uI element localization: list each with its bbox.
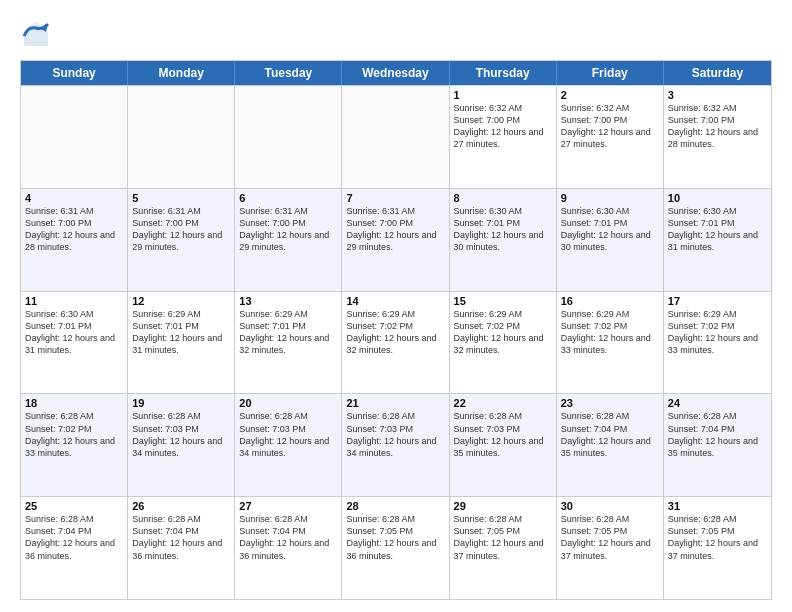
day-number: 30 — [561, 500, 659, 512]
calendar-cell-29: 29Sunrise: 6:28 AM Sunset: 7:05 PM Dayli… — [450, 497, 557, 599]
cell-info-text: Sunrise: 6:29 AM Sunset: 7:02 PM Dayligh… — [346, 308, 444, 357]
cell-info-text: Sunrise: 6:28 AM Sunset: 7:04 PM Dayligh… — [132, 513, 230, 562]
header-day-tuesday: Tuesday — [235, 61, 342, 85]
calendar-row-4: 25Sunrise: 6:28 AM Sunset: 7:04 PM Dayli… — [21, 496, 771, 599]
calendar-cell-25: 25Sunrise: 6:28 AM Sunset: 7:04 PM Dayli… — [21, 497, 128, 599]
calendar-cell-9: 9Sunrise: 6:30 AM Sunset: 7:01 PM Daylig… — [557, 189, 664, 291]
calendar-row-2: 11Sunrise: 6:30 AM Sunset: 7:01 PM Dayli… — [21, 291, 771, 394]
calendar-row-1: 4Sunrise: 6:31 AM Sunset: 7:00 PM Daylig… — [21, 188, 771, 291]
cell-info-text: Sunrise: 6:28 AM Sunset: 7:03 PM Dayligh… — [132, 410, 230, 459]
day-number: 22 — [454, 397, 552, 409]
calendar-cell-21: 21Sunrise: 6:28 AM Sunset: 7:03 PM Dayli… — [342, 394, 449, 496]
day-number: 21 — [346, 397, 444, 409]
calendar-cell-27: 27Sunrise: 6:28 AM Sunset: 7:04 PM Dayli… — [235, 497, 342, 599]
calendar-cell-4: 4Sunrise: 6:31 AM Sunset: 7:00 PM Daylig… — [21, 189, 128, 291]
cell-info-text: Sunrise: 6:32 AM Sunset: 7:00 PM Dayligh… — [668, 102, 767, 151]
day-number: 5 — [132, 192, 230, 204]
cell-info-text: Sunrise: 6:28 AM Sunset: 7:05 PM Dayligh… — [668, 513, 767, 562]
cell-info-text: Sunrise: 6:30 AM Sunset: 7:01 PM Dayligh… — [561, 205, 659, 254]
calendar-row-0: 1Sunrise: 6:32 AM Sunset: 7:00 PM Daylig… — [21, 85, 771, 188]
cell-info-text: Sunrise: 6:28 AM Sunset: 7:04 PM Dayligh… — [668, 410, 767, 459]
cell-info-text: Sunrise: 6:28 AM Sunset: 7:05 PM Dayligh… — [561, 513, 659, 562]
day-number: 11 — [25, 295, 123, 307]
cell-info-text: Sunrise: 6:30 AM Sunset: 7:01 PM Dayligh… — [25, 308, 123, 357]
day-number: 25 — [25, 500, 123, 512]
header-day-monday: Monday — [128, 61, 235, 85]
day-number: 6 — [239, 192, 337, 204]
cell-info-text: Sunrise: 6:29 AM Sunset: 7:02 PM Dayligh… — [668, 308, 767, 357]
calendar-cell-empty-0-0 — [21, 86, 128, 188]
cell-info-text: Sunrise: 6:29 AM Sunset: 7:02 PM Dayligh… — [454, 308, 552, 357]
cell-info-text: Sunrise: 6:32 AM Sunset: 7:00 PM Dayligh… — [561, 102, 659, 151]
cell-info-text: Sunrise: 6:28 AM Sunset: 7:03 PM Dayligh… — [239, 410, 337, 459]
calendar-cell-16: 16Sunrise: 6:29 AM Sunset: 7:02 PM Dayli… — [557, 292, 664, 394]
day-number: 16 — [561, 295, 659, 307]
calendar-cell-23: 23Sunrise: 6:28 AM Sunset: 7:04 PM Dayli… — [557, 394, 664, 496]
calendar-header: SundayMondayTuesdayWednesdayThursdayFrid… — [21, 61, 771, 85]
calendar-cell-15: 15Sunrise: 6:29 AM Sunset: 7:02 PM Dayli… — [450, 292, 557, 394]
day-number: 7 — [346, 192, 444, 204]
cell-info-text: Sunrise: 6:31 AM Sunset: 7:00 PM Dayligh… — [132, 205, 230, 254]
calendar-cell-17: 17Sunrise: 6:29 AM Sunset: 7:02 PM Dayli… — [664, 292, 771, 394]
calendar-cell-30: 30Sunrise: 6:28 AM Sunset: 7:05 PM Dayli… — [557, 497, 664, 599]
calendar-cell-13: 13Sunrise: 6:29 AM Sunset: 7:01 PM Dayli… — [235, 292, 342, 394]
day-number: 10 — [668, 192, 767, 204]
calendar-cell-12: 12Sunrise: 6:29 AM Sunset: 7:01 PM Dayli… — [128, 292, 235, 394]
calendar-cell-1: 1Sunrise: 6:32 AM Sunset: 7:00 PM Daylig… — [450, 86, 557, 188]
day-number: 2 — [561, 89, 659, 101]
day-number: 4 — [25, 192, 123, 204]
day-number: 14 — [346, 295, 444, 307]
calendar-cell-6: 6Sunrise: 6:31 AM Sunset: 7:00 PM Daylig… — [235, 189, 342, 291]
cell-info-text: Sunrise: 6:30 AM Sunset: 7:01 PM Dayligh… — [668, 205, 767, 254]
calendar-cell-19: 19Sunrise: 6:28 AM Sunset: 7:03 PM Dayli… — [128, 394, 235, 496]
day-number: 23 — [561, 397, 659, 409]
calendar-cell-10: 10Sunrise: 6:30 AM Sunset: 7:01 PM Dayli… — [664, 189, 771, 291]
day-number: 17 — [668, 295, 767, 307]
calendar-cell-empty-0-1 — [128, 86, 235, 188]
cell-info-text: Sunrise: 6:28 AM Sunset: 7:05 PM Dayligh… — [346, 513, 444, 562]
calendar-cell-8: 8Sunrise: 6:30 AM Sunset: 7:01 PM Daylig… — [450, 189, 557, 291]
cell-info-text: Sunrise: 6:30 AM Sunset: 7:01 PM Dayligh… — [454, 205, 552, 254]
page: SundayMondayTuesdayWednesdayThursdayFrid… — [0, 0, 792, 612]
cell-info-text: Sunrise: 6:28 AM Sunset: 7:02 PM Dayligh… — [25, 410, 123, 459]
cell-info-text: Sunrise: 6:29 AM Sunset: 7:02 PM Dayligh… — [561, 308, 659, 357]
calendar-body: 1Sunrise: 6:32 AM Sunset: 7:00 PM Daylig… — [21, 85, 771, 599]
day-number: 29 — [454, 500, 552, 512]
day-number: 3 — [668, 89, 767, 101]
calendar-cell-28: 28Sunrise: 6:28 AM Sunset: 7:05 PM Dayli… — [342, 497, 449, 599]
header-day-wednesday: Wednesday — [342, 61, 449, 85]
calendar-row-3: 18Sunrise: 6:28 AM Sunset: 7:02 PM Dayli… — [21, 393, 771, 496]
day-number: 26 — [132, 500, 230, 512]
day-number: 18 — [25, 397, 123, 409]
cell-info-text: Sunrise: 6:28 AM Sunset: 7:04 PM Dayligh… — [561, 410, 659, 459]
day-number: 13 — [239, 295, 337, 307]
day-number: 9 — [561, 192, 659, 204]
calendar-cell-18: 18Sunrise: 6:28 AM Sunset: 7:02 PM Dayli… — [21, 394, 128, 496]
cell-info-text: Sunrise: 6:28 AM Sunset: 7:03 PM Dayligh… — [454, 410, 552, 459]
cell-info-text: Sunrise: 6:32 AM Sunset: 7:00 PM Dayligh… — [454, 102, 552, 151]
day-number: 20 — [239, 397, 337, 409]
cell-info-text: Sunrise: 6:28 AM Sunset: 7:05 PM Dayligh… — [454, 513, 552, 562]
calendar-cell-empty-0-3 — [342, 86, 449, 188]
calendar-cell-26: 26Sunrise: 6:28 AM Sunset: 7:04 PM Dayli… — [128, 497, 235, 599]
day-number: 8 — [454, 192, 552, 204]
cell-info-text: Sunrise: 6:29 AM Sunset: 7:01 PM Dayligh… — [239, 308, 337, 357]
header — [20, 18, 772, 50]
calendar-cell-22: 22Sunrise: 6:28 AM Sunset: 7:03 PM Dayli… — [450, 394, 557, 496]
logo-icon — [20, 18, 52, 50]
day-number: 12 — [132, 295, 230, 307]
calendar-cell-24: 24Sunrise: 6:28 AM Sunset: 7:04 PM Dayli… — [664, 394, 771, 496]
day-number: 28 — [346, 500, 444, 512]
cell-info-text: Sunrise: 6:29 AM Sunset: 7:01 PM Dayligh… — [132, 308, 230, 357]
calendar-cell-14: 14Sunrise: 6:29 AM Sunset: 7:02 PM Dayli… — [342, 292, 449, 394]
day-number: 24 — [668, 397, 767, 409]
header-day-thursday: Thursday — [450, 61, 557, 85]
calendar-cell-3: 3Sunrise: 6:32 AM Sunset: 7:00 PM Daylig… — [664, 86, 771, 188]
cell-info-text: Sunrise: 6:28 AM Sunset: 7:04 PM Dayligh… — [25, 513, 123, 562]
day-number: 31 — [668, 500, 767, 512]
day-number: 15 — [454, 295, 552, 307]
day-number: 19 — [132, 397, 230, 409]
day-number: 1 — [454, 89, 552, 101]
calendar-cell-2: 2Sunrise: 6:32 AM Sunset: 7:00 PM Daylig… — [557, 86, 664, 188]
cell-info-text: Sunrise: 6:28 AM Sunset: 7:04 PM Dayligh… — [239, 513, 337, 562]
